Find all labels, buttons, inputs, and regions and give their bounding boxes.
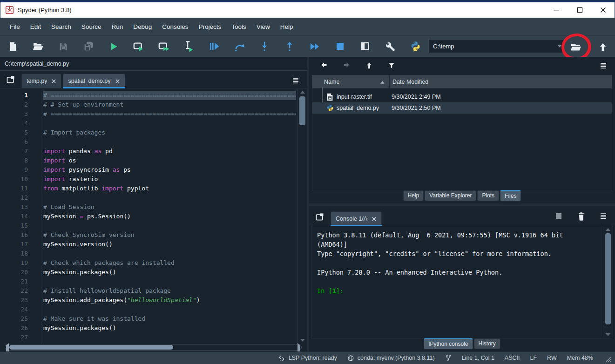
editor-pane: C:\temp\spatial_demo.py temp.pyspatial_d… (0, 57, 307, 351)
editor-tab-spatial_demo-py[interactable]: spatial_demo.py (63, 74, 125, 88)
line-number: 26 (0, 324, 28, 333)
code-text: import pysyncrosim as ps (43, 165, 296, 175)
column-header-name[interactable]: Name (312, 75, 390, 88)
menu-run[interactable]: Run (107, 20, 128, 34)
menu-file[interactable]: File (5, 20, 25, 34)
back-button[interactable] (318, 60, 331, 72)
close-icon[interactable] (115, 79, 120, 84)
menu-search[interactable]: Search (46, 20, 76, 34)
run-current-line-button[interactable] (233, 39, 246, 54)
browse-tabs-button[interactable] (4, 73, 18, 87)
forward-button[interactable] (341, 60, 353, 72)
step-out-button[interactable] (283, 39, 296, 54)
forward-icon (343, 61, 351, 70)
plugin-tab-variable-explorer[interactable]: Variable Explorer (425, 190, 476, 201)
spyder-window: S Spyder (Python 3.8) FileEditSearchSour… (0, 0, 615, 364)
run-selection-button[interactable] (182, 39, 196, 54)
console-vertical-scrollbar[interactable] (603, 226, 613, 338)
up-button[interactable] (363, 60, 375, 72)
maximize-pane-button[interactable] (358, 39, 372, 54)
folder-icon (570, 41, 581, 53)
file-date: 9/30/2021 2:50 PM (392, 105, 441, 111)
status-lsp-python-ready: LSP Python: ready (278, 355, 337, 362)
minimize-button[interactable] (545, 2, 568, 18)
menu-help[interactable]: Help (275, 20, 298, 34)
preferences-button[interactable] (384, 39, 397, 54)
file-row-spatial_demo-py[interactable]: spatial_demo.py9/30/2021 2:50 PM (312, 102, 612, 114)
chevron-down-icon[interactable] (555, 45, 564, 47)
code-line: 7import pandas as pd (0, 147, 296, 156)
new-file-button[interactable] (7, 39, 20, 54)
console-tab-ipython-console[interactable]: IPython console (424, 338, 473, 350)
menu-tools[interactable]: Tools (226, 20, 251, 34)
browse-directory-button[interactable] (568, 39, 584, 55)
stop-button[interactable] (333, 39, 346, 54)
editor-horizontal-scrollbar[interactable] (5, 344, 302, 351)
menu-debug[interactable]: Debug (128, 20, 157, 34)
editor-vscroll-thumb[interactable] (299, 96, 305, 125)
line-number: 11 (0, 184, 28, 193)
code-editor[interactable]: 1# =====================================… (0, 89, 296, 344)
code-line: 9import pysyncrosim as ps (0, 165, 296, 175)
menu-projects[interactable]: Projects (193, 20, 226, 34)
editor-hscroll-thumb[interactable] (9, 345, 173, 350)
scroll-up-icon[interactable] (603, 226, 613, 233)
open-file-button[interactable] (32, 39, 45, 54)
remove-console-trash-button[interactable] (575, 210, 587, 222)
scroll-down-icon[interactable] (603, 331, 613, 338)
editor-vertical-scrollbar[interactable] (297, 89, 307, 344)
close-icon[interactable] (51, 79, 56, 84)
browse-tabs-button[interactable] (313, 210, 327, 224)
code-text (43, 119, 296, 128)
filter-button[interactable] (385, 60, 398, 72)
run-cell-advance-button[interactable] (157, 39, 170, 54)
debug-file-button[interactable] (208, 39, 221, 54)
python-path-manager-button[interactable] (409, 39, 422, 54)
status-git-branch (445, 354, 452, 362)
run-button[interactable] (107, 39, 120, 54)
code-line: 5# Import packages (0, 128, 296, 137)
scroll-down-icon[interactable] (297, 337, 307, 344)
close-button[interactable] (591, 2, 615, 18)
status-mem-48-: Mem 48% (567, 355, 593, 361)
line-number: 4 (0, 119, 28, 128)
code-text (43, 277, 296, 286)
menu-consoles[interactable]: Consoles (157, 20, 193, 34)
menu-source[interactable]: Source (76, 20, 107, 34)
maximize-button[interactable] (568, 2, 591, 18)
save-button[interactable] (57, 39, 70, 54)
console-tab-history[interactable]: History (474, 338, 500, 349)
continue-button[interactable] (308, 39, 321, 54)
editor-options-menu-button[interactable] (290, 74, 302, 87)
step-into-button[interactable] (258, 39, 271, 54)
plugin-tab-plots[interactable]: Plots (477, 190, 499, 201)
interrupt-kernel-button[interactable] (553, 210, 565, 222)
menu-edit[interactable]: Edit (25, 20, 46, 34)
plugin-tab-help[interactable]: Help (403, 190, 424, 201)
plugin-tab-files[interactable]: Files (500, 190, 521, 202)
arrow-up-icon (598, 42, 608, 52)
files-options-menu-button[interactable] (597, 60, 609, 72)
code-line: 1# =====================================… (0, 91, 296, 100)
column-header-date[interactable]: Date Modified (390, 75, 612, 88)
code-text: import os (43, 156, 296, 165)
save-all-button[interactable] (82, 39, 95, 54)
code-line: 11from matplotlib import pyplot (0, 184, 296, 193)
file-row-input-raster-tif[interactable]: input-raster.tif9/30/2021 2:49 PM (312, 91, 612, 102)
file-name: spatial_demo.py (337, 105, 379, 111)
code-line: 3# =====================================… (0, 109, 296, 119)
run-selection-icon (184, 40, 194, 52)
working-directory-combo[interactable]: C:\temp (428, 39, 564, 53)
menu-view[interactable]: View (251, 20, 275, 34)
resize-grip[interactable] (604, 356, 611, 364)
editor-tab-temp-py[interactable]: temp.py (21, 74, 61, 88)
console-vscroll-thumb[interactable] (605, 233, 611, 324)
console-output[interactable]: Python 3.8.11 (default, Aug 6 2021, 09:5… (311, 226, 602, 338)
close-icon[interactable] (372, 216, 377, 222)
line-number: 22 (0, 286, 28, 296)
console-tab[interactable]: Console 1/A (331, 211, 382, 226)
run-cell-button[interactable] (132, 39, 145, 54)
parent-directory-button[interactable] (595, 39, 611, 55)
console-options-menu-button[interactable] (597, 210, 609, 222)
scroll-up-icon[interactable] (297, 89, 307, 95)
